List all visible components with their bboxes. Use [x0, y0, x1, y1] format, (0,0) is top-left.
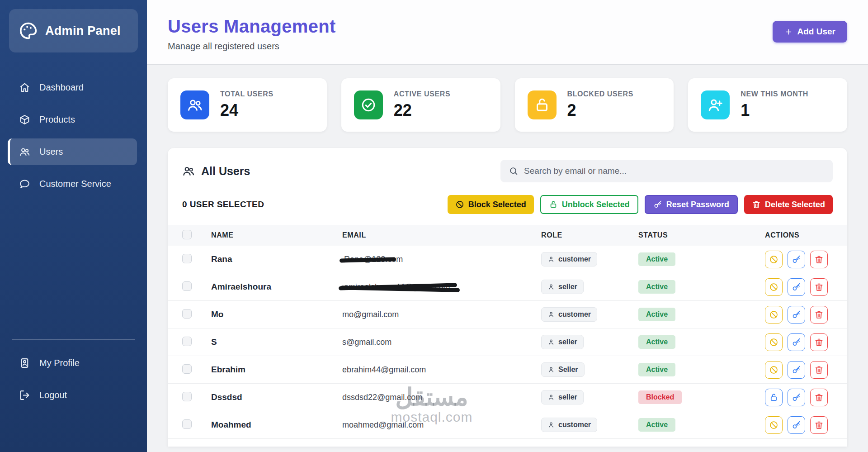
row-trash-button[interactable] [810, 389, 828, 406]
block-selected-button[interactable]: Block Selected [448, 195, 534, 214]
row-checkbox[interactable] [182, 364, 192, 374]
sidebar-item-users[interactable]: Users [8, 138, 137, 165]
home-icon [19, 82, 30, 93]
row-trash-button[interactable] [810, 416, 828, 434]
users-panel: All Users 0 USER SELECTED Block Selected… [168, 148, 847, 447]
person-icon [547, 394, 555, 401]
status-cell: Active [638, 335, 765, 349]
row-block-button[interactable] [765, 306, 783, 324]
row-unlock-button[interactable] [765, 389, 783, 406]
row-block-button[interactable] [765, 278, 783, 296]
lock-icon [528, 90, 557, 119]
sidebar-item-my-profile[interactable]: My Profile [10, 350, 137, 376]
status-badge: Active [638, 308, 675, 321]
role-chip: seller [541, 280, 584, 294]
sidebar-item-dashboard[interactable]: Dashboard [10, 74, 137, 101]
role-label: seller [558, 283, 577, 291]
select-all-checkbox[interactable] [182, 230, 192, 239]
key-icon [653, 200, 662, 209]
search-bar[interactable] [500, 160, 833, 182]
users-table: NAMEEMAILROLESTATUSACTIONS Rana Rana@123… [168, 225, 847, 439]
status-badge: Active [638, 252, 675, 266]
row-trash-button[interactable] [810, 333, 828, 351]
stat-label: NEW THIS MONTH [741, 90, 808, 98]
bulk-button-label: Unblock Selected [562, 200, 630, 209]
redacted-email: amiraelshoura44@gmail.com [342, 282, 452, 292]
role-label: customer [558, 255, 591, 263]
user-name: S [211, 337, 342, 347]
role-label: Seller [558, 366, 578, 374]
delete-selected-button[interactable]: Delete Selected [744, 195, 833, 214]
row-trash-button[interactable] [810, 251, 828, 268]
add-user-button[interactable]: Add User [773, 21, 847, 43]
row-key-button[interactable] [788, 251, 805, 268]
sidebar-footer-nav: My ProfileLogout [0, 350, 147, 409]
row-key-button[interactable] [788, 306, 805, 324]
person-icon [547, 283, 555, 290]
row-checkbox-cell [182, 281, 211, 293]
stat-info: TOTAL USERS 24 [220, 90, 274, 120]
status-cell: Active [638, 280, 765, 294]
row-block-button[interactable] [765, 416, 783, 434]
user-plus-icon [701, 90, 730, 119]
user-email: moahmed@gmail.com [342, 420, 541, 430]
row-checkbox[interactable] [182, 337, 192, 346]
reset-password-button[interactable]: Reset Password [645, 195, 738, 214]
role-cell: customer [541, 307, 638, 322]
row-key-button[interactable] [788, 389, 805, 406]
sidebar-item-customer-service[interactable]: Customer Service [10, 171, 137, 197]
row-actions [765, 416, 833, 434]
stat-label: ACTIVE USERS [394, 90, 450, 98]
redacted-email: Rana@123.com [342, 255, 405, 264]
row-block-button[interactable] [765, 361, 783, 379]
stat-label: BLOCKED USERS [567, 90, 633, 98]
row-trash-button[interactable] [810, 306, 828, 324]
search-input[interactable] [523, 166, 825, 176]
stats-row: TOTAL USERS 24 ACTIVE USERS 22 BLOCKED U… [147, 65, 868, 132]
column-header-actions: ACTIONS [765, 231, 833, 239]
row-block-button[interactable] [765, 251, 783, 268]
stat-value: 24 [220, 101, 274, 120]
user-email: ebrahim44@gmail.com [342, 365, 541, 375]
table-row: Rana Rana@123.com customer Active [168, 246, 847, 273]
role-cell: customer [541, 418, 638, 432]
role-label: seller [558, 338, 577, 346]
brand-label: Admin Panel [45, 24, 121, 38]
unblock-selected-button[interactable]: Unblock Selected [540, 195, 638, 214]
bulk-actions: Block Selected Unblock Selected Reset Pa… [448, 195, 833, 214]
row-key-button[interactable] [788, 361, 805, 379]
row-checkbox[interactable] [182, 419, 192, 429]
stat-card-new-this-month: NEW THIS MONTH 1 [688, 78, 847, 132]
chat-icon [19, 178, 30, 190]
sidebar-item-products[interactable]: Products [10, 106, 137, 133]
sidebar-item-label: Users [39, 147, 63, 157]
page-header-text: Users Management Manage all registered u… [168, 16, 336, 52]
sidebar-item-logout[interactable]: Logout [10, 382, 137, 409]
sidebar-nav: DashboardProductsUsersCustomer Service [0, 74, 147, 197]
role-cell: seller [541, 335, 638, 349]
row-checkbox[interactable] [182, 392, 192, 401]
row-checkbox-cell [182, 364, 211, 376]
row-block-button[interactable] [765, 333, 783, 351]
panel-title: All Users [182, 165, 250, 178]
bulk-button-label: Block Selected [468, 200, 526, 209]
role-cell: seller [541, 390, 638, 404]
sidebar-item-label: Dashboard [39, 82, 84, 93]
row-checkbox[interactable] [182, 309, 192, 319]
row-actions [765, 389, 833, 406]
user-email: s@gmail.com [342, 338, 541, 347]
page-subtitle: Manage all registered users [168, 41, 336, 52]
row-key-button[interactable] [788, 333, 805, 351]
column-header-role: ROLE [541, 231, 638, 239]
row-checkbox[interactable] [182, 281, 192, 291]
table-body: Rana Rana@123.com customer Active Amirae… [168, 246, 847, 439]
row-trash-button[interactable] [810, 278, 828, 296]
table-row: Mo mo@gmail.com customer Active [168, 301, 847, 328]
status-badge: Active [638, 335, 675, 349]
row-key-button[interactable] [788, 416, 805, 434]
row-checkbox[interactable] [182, 254, 192, 263]
table-row: Dssdsd dssdsd22@gmail.com seller Blocked [168, 384, 847, 411]
row-key-button[interactable] [788, 278, 805, 296]
column-header-name: NAME [211, 231, 342, 239]
row-trash-button[interactable] [810, 361, 828, 379]
